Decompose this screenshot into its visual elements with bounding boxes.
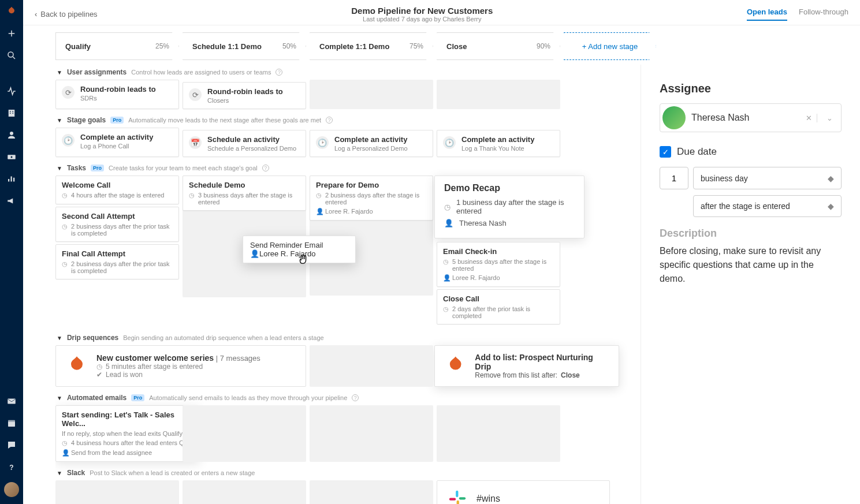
drip-card[interactable]: New customer welcome series | 7 messages… [55,345,306,387]
help-icon[interactable]: ? [262,165,269,171]
clock-icon: 🕑 [443,136,456,149]
task-card[interactable]: Final Call Attempt◷2 business days after… [55,244,179,279]
due-date-checkbox[interactable]: ✓ [660,146,671,158]
clock-icon: ◷ [62,260,68,268]
person-icon[interactable] [5,128,18,142]
clock-icon: 🕑 [62,134,75,147]
mail-icon[interactable] [5,394,18,408]
section-auto-emails: ▼ Automated emails Pro Automatically sen… [55,390,635,405]
tab-open-leads[interactable]: Open leads [747,8,787,21]
chat-icon[interactable] [5,438,18,452]
calendar-icon: 📅 [189,136,202,149]
svg-rect-15 [457,501,459,504]
section-tasks: ▼ Tasks Pro Create tasks for your team t… [55,160,635,176]
help-icon[interactable]: ? [276,69,282,76]
chart-icon[interactable] [5,172,18,186]
tab-follow-through[interactable]: Follow-through [799,8,848,21]
stage-qualify[interactable]: Qualify25% [55,32,179,60]
stage-complete-demo[interactable]: Complete 1:1 Demo75% [310,32,433,60]
goal-card[interactable]: 📅Schedule an activitySchedule a Personal… [183,130,306,157]
task-card[interactable]: Email Check-in◷5 business days after the… [437,242,560,287]
help-icon[interactable]: ? [5,460,18,474]
check-icon: ✔ [96,371,102,379]
search-icon[interactable] [5,48,18,62]
section-label: Slack [67,469,85,477]
task-title: Demo Recap [444,183,575,193]
due-unit-select[interactable]: business day◆ [693,167,842,189]
task-card[interactable]: Schedule Demo◷3 business days after the … [183,176,306,211]
caret-icon[interactable]: ▼ [57,117,62,124]
task-card[interactable]: Second Call Attempt◷2 business days afte… [55,207,179,242]
auto-email-card[interactable]: Start sending: Let's Talk - Sales Welc..… [55,405,200,462]
refresh-icon: ⟳ [189,88,202,101]
clock-icon: ◷ [444,203,451,211]
task-card[interactable]: Welcome Call◷4 hours after the stage is … [55,176,179,204]
caret-icon[interactable]: ▼ [57,165,62,171]
due-after-select[interactable]: after the stage is entered◆ [693,195,842,217]
assignee-avatar [662,106,686,129]
clock-icon: ◷ [96,363,102,371]
svg-point-0 [8,52,13,57]
logo-icon[interactable] [5,5,18,18]
user-avatar[interactable] [4,482,19,497]
topbar: ‹ Back to pipelines Demo Pipeline for Ne… [23,0,860,25]
megaphone-icon[interactable] [5,194,18,208]
chevron-left-icon: ‹ [35,10,37,18]
help-icon[interactable]: ? [326,117,333,124]
clock-icon: ◷ [189,192,195,199]
task-card[interactable]: Prepare for Demo◷2 business days after t… [310,176,433,221]
description-body[interactable]: Before closing, make sure to revisit any… [660,244,842,286]
clock-icon: ◷ [443,305,449,313]
pro-badge: Pro [91,165,104,171]
svg-rect-1 [9,110,15,117]
plus-icon[interactable] [5,27,18,40]
stage-close[interactable]: Close90% [437,32,560,60]
slack-card[interactable]: #wins [437,480,610,504]
goal-card[interactable]: 🕑Complete an activityLog a Phone Call [55,128,179,157]
empty-slot[interactable] [183,480,306,504]
assign-card[interactable]: ⟳ Round-robin leads toSDRs [55,80,179,109]
activity-icon[interactable] [5,84,18,98]
empty-slot[interactable] [310,80,433,109]
caret-icon[interactable]: ▼ [57,69,62,76]
caret-icon[interactable]: ▼ [57,395,62,401]
acorn-icon [65,354,88,378]
assignee-select[interactable]: Theresa Nash ✕ ⌄ [660,103,842,132]
caret-icon[interactable]: ▼ [57,335,62,341]
caret-icon[interactable]: ▼ [57,470,62,476]
svg-rect-4 [10,113,11,114]
assign-card[interactable]: ⟳ Round-robin leads toClosers [183,82,306,109]
empty-slot[interactable] [55,480,179,504]
clock-icon: ◷ [316,192,322,199]
drip-card[interactable]: Add to list: Prospect Nurturing Drip Rem… [434,345,619,387]
pipeline-subtitle: Last updated 7 days ago by Charles Berry [98,16,747,23]
empty-slot[interactable] [310,345,433,387]
left-nav: ? [0,0,23,504]
empty-slot[interactable] [437,405,560,462]
help-icon[interactable]: ? [352,394,359,401]
dragging-task-card[interactable]: Send Reminder Email 👤Loree R. Fajardo [243,236,356,263]
person-icon: 👤 [444,219,453,227]
section-label: Drip sequences [67,334,118,342]
add-stage-button[interactable]: + Add new stage [564,32,656,60]
back-link[interactable]: ‹ Back to pipelines [35,10,98,18]
task-highlight-card[interactable]: Demo Recap ◷1 business day after the sta… [434,176,584,238]
building-icon[interactable] [5,106,18,120]
calendar-icon[interactable] [5,416,18,430]
clear-icon[interactable]: ✕ [801,114,817,122]
task-card[interactable]: Close Call◷2 days after the prior task i… [437,289,560,324]
goal-card[interactable]: 🕑Complete an activityLog a Thank You Not… [437,130,560,157]
empty-slot[interactable] [310,405,433,462]
section-desc: Automatically move leads to the next sta… [128,117,321,124]
section-desc: Control how leads are assigned to users … [131,69,271,76]
empty-slot[interactable] [183,405,306,462]
section-desc: Create tasks for your team to meet each … [109,165,258,171]
stage-schedule-demo[interactable]: Schedule 1:1 Demo50% [183,32,306,60]
goal-card[interactable]: 🕑Complete an activityLog a Personalized … [310,130,433,157]
empty-slot[interactable] [437,80,560,109]
chevron-down-icon[interactable]: ⌄ [823,114,836,122]
empty-slot[interactable] [310,480,433,504]
due-number-input[interactable] [660,167,688,189]
money-icon[interactable] [5,150,18,164]
section-desc: Post to Slack when a lead is created or … [90,469,255,476]
